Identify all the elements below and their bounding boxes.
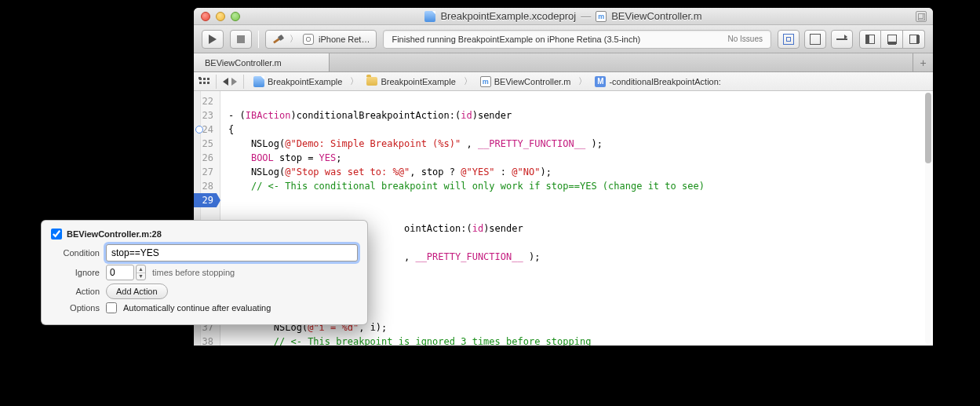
utilities-panel-icon — [909, 35, 919, 44]
standard-editor-icon — [783, 34, 794, 45]
xcodeproj-icon — [253, 76, 264, 87]
code-line[interactable]: - (IBAction)conditionalBreakpointAction:… — [228, 108, 927, 123]
chevron-down-icon: ▼ — [137, 273, 145, 280]
ignore-stepper-arrows[interactable]: ▲▼ — [136, 265, 146, 280]
stop-icon — [237, 35, 245, 43]
code-line[interactable]: BOOL stop = YES; — [228, 151, 927, 165]
jump-crumb-file[interactable]: m BEViewController.m — [477, 76, 574, 87]
window-title: BreakpointExample.xcodeproj — m BEViewCo… — [194, 10, 933, 22]
related-items-icon[interactable] — [199, 77, 209, 86]
run-button[interactable] — [202, 30, 224, 49]
project-title: BreakpointExample.xcodeproj — [440, 10, 576, 22]
toolbar-divider — [258, 31, 259, 48]
file-title: BEViewController.m — [611, 10, 701, 22]
objc-file-icon: m — [480, 76, 491, 87]
debug-panel-icon — [887, 35, 897, 44]
standard-editor-button[interactable] — [778, 30, 800, 49]
scheme-selector[interactable]: 〉 iPhone Ret… — [265, 30, 377, 49]
objc-file-icon: m — [596, 11, 607, 22]
status-message: Finished running BreakpointExample on iP… — [392, 35, 727, 44]
folder-icon — [366, 77, 377, 86]
code-line[interactable]: NSLog(@"Demo: Simple Breakpoint (%s)" , … — [228, 137, 927, 151]
action-label: Action — [51, 287, 100, 296]
navigator-panel-icon — [865, 35, 875, 44]
vertical-scrollbar[interactable] — [925, 93, 931, 344]
toggle-debug-button[interactable] — [881, 30, 903, 49]
xcodeproj-icon — [424, 11, 435, 22]
panel-visibility-buttons — [859, 30, 925, 49]
scheme-target-label: iPhone Ret… — [319, 35, 370, 44]
line-number[interactable]: 38 — [194, 335, 217, 346]
code-line[interactable]: // <- This conditional breakpoint will o… — [228, 179, 927, 193]
version-editor-button[interactable] — [831, 30, 853, 49]
code-line[interactable] — [228, 94, 927, 108]
ignore-count-input[interactable] — [106, 265, 134, 280]
breakpoint-title: BEViewController.m:28 — [67, 229, 162, 239]
nav-forward-button[interactable] — [231, 78, 237, 86]
line-number[interactable]: 23 — [194, 108, 217, 123]
window-titlebar: BreakpointExample.xcodeproj — m BEViewCo… — [194, 8, 933, 25]
condition-input[interactable] — [106, 244, 358, 262]
code-line[interactable] — [228, 193, 927, 207]
breakpoint-disabled-icon[interactable] — [195, 126, 203, 134]
tab-label: BEViewController.m — [205, 58, 282, 68]
hammer-icon — [272, 33, 285, 46]
nav-back-button[interactable] — [223, 78, 228, 86]
version-editor-icon — [836, 35, 847, 44]
line-number[interactable]: 29 — [194, 193, 217, 207]
editor-tabs: BEViewController.m + — [194, 53, 933, 72]
app-icon — [303, 34, 314, 45]
breakpoint-enabled-checkbox[interactable] — [51, 229, 62, 240]
assistant-editor-button[interactable] — [804, 30, 826, 49]
jump-crumb-project[interactable]: BreakpointExample — [250, 76, 345, 87]
ignore-suffix: times before stopping — [152, 268, 235, 277]
condition-label: Condition — [51, 248, 100, 258]
fullscreen-icon[interactable] — [916, 11, 927, 22]
line-number[interactable]: 24 — [194, 123, 217, 137]
line-number[interactable]: 22 — [194, 94, 217, 108]
line-number[interactable]: 27 — [194, 165, 217, 179]
editor-mode-buttons — [778, 30, 853, 49]
line-number[interactable]: 28 — [194, 179, 217, 193]
code-line[interactable]: { — [228, 123, 927, 137]
code-line[interactable]: // <- This breakpoint is ignored 3 times… — [228, 335, 927, 346]
method-icon: M — [595, 76, 606, 87]
ignore-stepper: ▲▼ — [106, 265, 146, 280]
status-issues: No Issues — [728, 35, 763, 43]
toggle-utilities-button[interactable] — [903, 30, 925, 49]
ignore-label: Ignore — [51, 268, 100, 277]
jump-crumb-symbol[interactable]: M -conditionalBreakpointAction: — [592, 76, 723, 87]
options-label: Options — [51, 303, 100, 313]
tab-file[interactable]: BEViewController.m — [194, 53, 330, 71]
add-tab-button[interactable]: + — [913, 53, 933, 71]
toggle-navigator-button[interactable] — [859, 30, 881, 49]
breakpoint-popover: BEViewController.m:28 Condition Ignore ▲… — [41, 220, 368, 325]
jump-crumb-group[interactable]: BreakpointExample — [363, 77, 458, 86]
code-line[interactable]: NSLog(@"Stop was set to: %@", stop ? @"Y… — [228, 165, 927, 179]
line-number[interactable]: 26 — [194, 151, 217, 165]
line-number[interactable]: 25 — [194, 137, 217, 151]
auto-continue-checkbox[interactable] — [106, 302, 117, 313]
add-action-button[interactable]: Add Action — [106, 283, 168, 299]
play-icon — [209, 35, 217, 44]
toolbar: 〉 iPhone Ret… Finished running Breakpoin… — [194, 25, 933, 53]
auto-continue-label: Automatically continue after evaluating — [123, 303, 271, 313]
activity-view[interactable]: Finished running BreakpointExample on iP… — [383, 30, 771, 49]
jump-bar: BreakpointExample 〉 BreakpointExample 〉 … — [194, 72, 933, 91]
chevron-up-icon: ▲ — [137, 265, 145, 273]
assistant-editor-icon — [810, 34, 821, 45]
stop-button[interactable] — [230, 30, 252, 49]
